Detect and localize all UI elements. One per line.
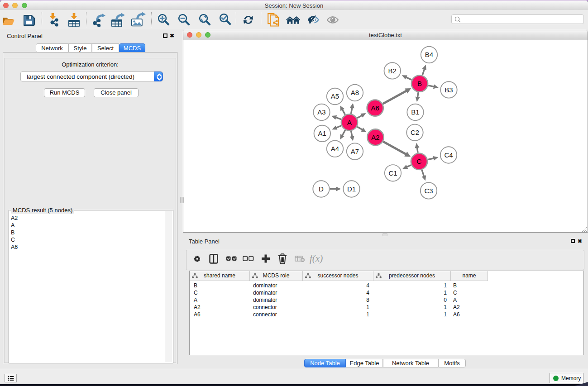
svg-text:C1: C1 [388,169,397,177]
svg-text:A4: A4 [331,145,339,152]
svg-text:A1: A1 [318,129,326,137]
svg-text:D1: D1 [347,185,356,193]
svg-text:B3: B3 [445,86,453,94]
svg-text:B4: B4 [425,51,433,58]
svg-text:C4: C4 [444,151,453,159]
svg-text:A3: A3 [317,108,325,116]
svg-text:A7: A7 [351,148,359,155]
svg-text:A: A [347,119,352,126]
svg-text:D: D [319,185,324,193]
svg-text:C: C [417,157,422,165]
svg-text:A8: A8 [351,89,359,96]
svg-text:B2: B2 [388,67,397,75]
svg-text:B1: B1 [411,108,419,116]
svg-text:A6: A6 [371,104,379,112]
svg-text:A5: A5 [331,92,339,100]
svg-text:C2: C2 [411,129,419,136]
svg-text:C3: C3 [424,187,433,195]
svg-text:B: B [417,80,422,87]
svg-text:A2: A2 [371,133,379,141]
